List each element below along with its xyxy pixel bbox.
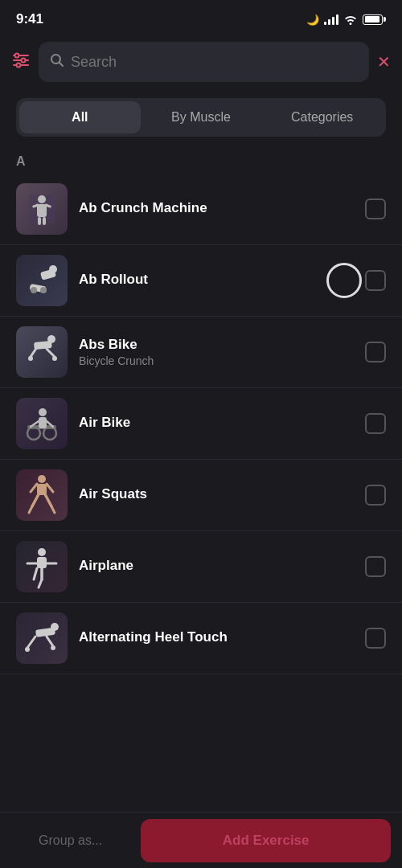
svg-line-22	[31, 347, 37, 357]
svg-line-49	[27, 637, 35, 648]
exercise-checkbox[interactable]	[365, 628, 386, 649]
add-exercise-button[interactable]: Add Exercise	[141, 819, 391, 862]
exercise-name: Ab Rollout	[79, 272, 354, 288]
svg-line-36	[47, 484, 53, 492]
svg-line-38	[45, 494, 51, 506]
filter-search-bar: ✕	[0, 35, 402, 88]
svg-line-50	[47, 637, 53, 646]
exercise-thumb	[16, 398, 68, 449]
search-input[interactable]	[71, 54, 358, 71]
svg-point-4	[22, 58, 26, 62]
tab-by-muscle[interactable]: By Muscle	[141, 101, 262, 133]
exercise-name: Alternating Heel Touch	[79, 629, 354, 645]
exercise-info: Air Squats	[79, 486, 354, 504]
exercise-thumb	[16, 541, 68, 592]
svg-point-9	[38, 195, 46, 203]
svg-line-37	[32, 494, 39, 506]
battery-icon	[363, 14, 386, 25]
svg-point-51	[25, 647, 30, 652]
svg-point-5	[17, 63, 21, 67]
tab-categories[interactable]: Categories	[261, 101, 383, 133]
exercise-thumb	[16, 255, 68, 306]
svg-line-23	[47, 349, 55, 357]
tab-bar: All By Muscle Categories	[16, 98, 386, 137]
section-header-a: A	[0, 146, 402, 174]
exercise-thumb	[16, 183, 68, 235]
exercise-checkbox[interactable]	[365, 556, 386, 577]
exercise-name: Airplane	[79, 558, 354, 574]
exercise-info: Airplane	[79, 558, 354, 575]
exercise-info: Air Bike	[79, 415, 354, 432]
svg-point-52	[51, 645, 55, 650]
status-icons: 🌙	[306, 14, 386, 26]
svg-point-25	[52, 356, 57, 361]
exercise-checkbox[interactable]	[365, 199, 386, 219]
group-as-button[interactable]: Group as...	[0, 813, 141, 868]
exercise-item-ab-crunch-machine[interactable]: Ab Crunch Machine	[0, 174, 402, 245]
svg-line-7	[59, 63, 64, 67]
exercise-name: Air Squats	[79, 486, 354, 502]
svg-line-39	[29, 506, 32, 513]
search-bar[interactable]	[39, 42, 369, 82]
exercise-checkbox[interactable]	[365, 270, 386, 291]
exercise-checkbox[interactable]	[365, 485, 386, 506]
exercise-thumb	[16, 469, 68, 521]
exercise-item-airplane[interactable]: Airplane	[0, 531, 402, 603]
exercise-thumb	[16, 612, 68, 664]
exercise-name: Abs Bike	[79, 337, 354, 353]
svg-line-40	[51, 506, 55, 513]
svg-point-41	[38, 548, 46, 556]
exercise-item-ab-rollout[interactable]: Ab Rollout	[0, 245, 402, 317]
svg-point-24	[28, 356, 33, 361]
exercise-checkbox[interactable]	[365, 342, 386, 362]
exercise-info: Ab Rollout	[79, 272, 354, 289]
svg-line-46	[34, 568, 37, 579]
svg-line-45	[39, 579, 42, 588]
exercise-list: Ab Crunch Machine Ab Rollout	[0, 174, 402, 822]
svg-point-33	[38, 475, 46, 483]
exercise-item-air-squats[interactable]: Air Squats	[0, 460, 402, 531]
svg-rect-48	[35, 628, 55, 637]
svg-rect-29	[39, 417, 47, 428]
svg-line-35	[31, 484, 37, 492]
exercise-name: Ab Crunch Machine	[79, 200, 354, 216]
exercise-thumb	[16, 326, 68, 378]
close-icon[interactable]: ✕	[377, 52, 391, 72]
exercise-info: Abs Bike Bicycle Crunch	[79, 337, 354, 367]
svg-rect-10	[37, 204, 47, 217]
wifi-icon	[343, 14, 358, 25]
exercise-info: Ab Crunch Machine	[79, 200, 354, 218]
search-icon	[50, 53, 64, 71]
signal-bars-icon	[324, 14, 338, 25]
bottom-bar: Group as... Add Exercise	[0, 812, 402, 868]
exercise-item-air-bike[interactable]: Air Bike	[0, 388, 402, 460]
exercise-info: Alternating Heel Touch	[79, 629, 354, 647]
exercise-subtitle: Bicycle Crunch	[79, 354, 354, 367]
status-time: 9:41	[16, 11, 43, 27]
svg-point-18	[31, 287, 37, 293]
svg-rect-14	[43, 217, 46, 225]
svg-point-30	[39, 408, 47, 416]
moon-icon: 🌙	[306, 14, 319, 26]
svg-rect-16	[40, 268, 56, 280]
filter-icon[interactable]	[11, 51, 31, 74]
svg-point-3	[15, 53, 19, 57]
exercise-checkbox[interactable]	[365, 413, 386, 434]
status-bar: 9:41 🌙	[0, 0, 402, 35]
svg-point-19	[40, 287, 47, 293]
exercise-item-alternating-heel-touch[interactable]: Alternating Heel Touch	[0, 603, 402, 674]
exercise-name: Air Bike	[79, 415, 354, 431]
tab-all[interactable]: All	[19, 101, 141, 133]
svg-rect-13	[38, 217, 41, 225]
exercise-item-abs-bike[interactable]: Abs Bike Bicycle Crunch	[0, 317, 402, 388]
